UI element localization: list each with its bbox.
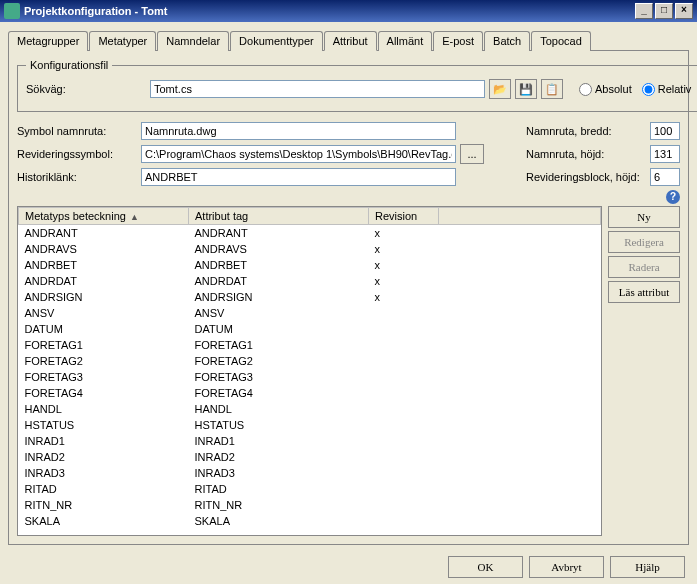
tab-panel-attribut: Konfigurationsfil Sökväg: 📂 💾 📋 Absolut … bbox=[8, 51, 689, 545]
table-row[interactable]: HSTATUSHSTATUS bbox=[19, 417, 601, 433]
table-row[interactable]: INRAD2INRAD2 bbox=[19, 449, 601, 465]
historiklank-label: Historiklänk: bbox=[17, 171, 137, 183]
table-row[interactable]: FORETAG2FORETAG2 bbox=[19, 353, 601, 369]
table-row[interactable]: DATUMDATUM bbox=[19, 321, 601, 337]
config-legend: Konfigurationsfil bbox=[26, 59, 112, 71]
tab-batch[interactable]: Batch bbox=[484, 31, 530, 51]
table-row[interactable]: ANDRSIGNANDRSIGNx bbox=[19, 289, 601, 305]
col-revision[interactable]: Revision bbox=[369, 208, 439, 225]
col-attribut-tag[interactable]: Attribut tag bbox=[189, 208, 369, 225]
tab-topocad[interactable]: Topocad bbox=[531, 31, 591, 51]
namnruta-hojd-label: Namnruta, höjd: bbox=[526, 148, 646, 160]
table-row[interactable]: ANDRBETANDRBETx bbox=[19, 257, 601, 273]
sokvag-label: Sökväg: bbox=[26, 83, 146, 95]
table-row[interactable]: ANSVANSV bbox=[19, 305, 601, 321]
sokvag-input[interactable] bbox=[150, 80, 485, 98]
table-row[interactable]: ANDRAVSANDRAVSx bbox=[19, 241, 601, 257]
table-row[interactable]: FORETAG4FORETAG4 bbox=[19, 385, 601, 401]
app-icon bbox=[4, 3, 20, 19]
table-row[interactable]: RITN_NRRITN_NR bbox=[19, 497, 601, 513]
table-row[interactable]: RITADRITAD bbox=[19, 481, 601, 497]
window-title: Projektkonfiguration - Tomt bbox=[24, 5, 635, 17]
radio-absolut[interactable]: Absolut bbox=[579, 83, 632, 96]
open-icon[interactable]: 📂 bbox=[489, 79, 511, 99]
tab-dokumenttyper[interactable]: Dokumenttyper bbox=[230, 31, 323, 51]
tab-e-post[interactable]: E-post bbox=[433, 31, 483, 51]
col-spacer bbox=[439, 208, 601, 225]
tab-attribut[interactable]: Attribut bbox=[324, 31, 377, 51]
radio-relativ-input[interactable] bbox=[642, 83, 655, 96]
table-row[interactable]: ANDRDATANDRDATx bbox=[19, 273, 601, 289]
radera-button[interactable]: Radera bbox=[608, 256, 680, 278]
tab-metagrupper[interactable]: Metagrupper bbox=[8, 31, 88, 51]
attribute-grid[interactable]: Metatyps beteckning▲ Attribut tag Revisi… bbox=[17, 206, 602, 536]
historiklank-input[interactable] bbox=[141, 168, 456, 186]
avbryt-button[interactable]: Avbryt bbox=[529, 556, 604, 578]
las-attribut-button[interactable]: Läs attribut bbox=[608, 281, 680, 303]
table-row[interactable]: SKALASKALA bbox=[19, 513, 601, 529]
tab-metatyper[interactable]: Metatyper bbox=[89, 31, 156, 51]
table-row[interactable]: INRAD1INRAD1 bbox=[19, 433, 601, 449]
namnruta-bredd-input[interactable] bbox=[650, 122, 680, 140]
redigera-button[interactable]: Redigera bbox=[608, 231, 680, 253]
table-row[interactable]: ANDRANTANDRANTx bbox=[19, 225, 601, 241]
close-button[interactable]: × bbox=[675, 3, 693, 19]
hjalp-button[interactable]: Hjälp bbox=[610, 556, 685, 578]
tab-allmänt[interactable]: Allmänt bbox=[378, 31, 433, 51]
table-row[interactable]: FORETAG1FORETAG1 bbox=[19, 337, 601, 353]
radio-relativ[interactable]: Relativ bbox=[642, 83, 692, 96]
titlebar: Projektkonfiguration - Tomt _ □ × bbox=[0, 0, 697, 22]
ny-button[interactable]: Ny bbox=[608, 206, 680, 228]
namnruta-hojd-input[interactable] bbox=[650, 145, 680, 163]
table-row[interactable]: HANDLHANDL bbox=[19, 401, 601, 417]
symbol-namnruta-label: Symbol namnruta: bbox=[17, 125, 137, 137]
rev-symbol-label: Revideringssymbol: bbox=[17, 148, 137, 160]
tab-strip: MetagrupperMetatyperNamndelarDokumenttyp… bbox=[8, 30, 689, 51]
ok-button[interactable]: OK bbox=[448, 556, 523, 578]
save-icon[interactable]: 💾 bbox=[515, 79, 537, 99]
browse-button[interactable]: ... bbox=[460, 144, 484, 164]
table-row[interactable]: FORETAG3FORETAG3 bbox=[19, 369, 601, 385]
rev-symbol-input[interactable] bbox=[141, 145, 456, 163]
radio-absolut-input[interactable] bbox=[579, 83, 592, 96]
help-icon[interactable]: ? bbox=[666, 190, 680, 204]
revblock-hojd-input[interactable] bbox=[650, 168, 680, 186]
revblock-hojd-label: Revideringsblock, höjd: bbox=[526, 171, 646, 183]
copy-icon[interactable]: 📋 bbox=[541, 79, 563, 99]
config-fieldset: Konfigurationsfil Sökväg: 📂 💾 📋 Absolut … bbox=[17, 59, 697, 112]
symbol-namnruta-input[interactable] bbox=[141, 122, 456, 140]
table-row[interactable]: INRAD3INRAD3 bbox=[19, 465, 601, 481]
minimize-button[interactable]: _ bbox=[635, 3, 653, 19]
tab-namndelar[interactable]: Namndelar bbox=[157, 31, 229, 51]
col-metatyps[interactable]: Metatyps beteckning▲ bbox=[19, 208, 189, 225]
maximize-button[interactable]: □ bbox=[655, 3, 673, 19]
namnruta-bredd-label: Namnruta, bredd: bbox=[526, 125, 646, 137]
